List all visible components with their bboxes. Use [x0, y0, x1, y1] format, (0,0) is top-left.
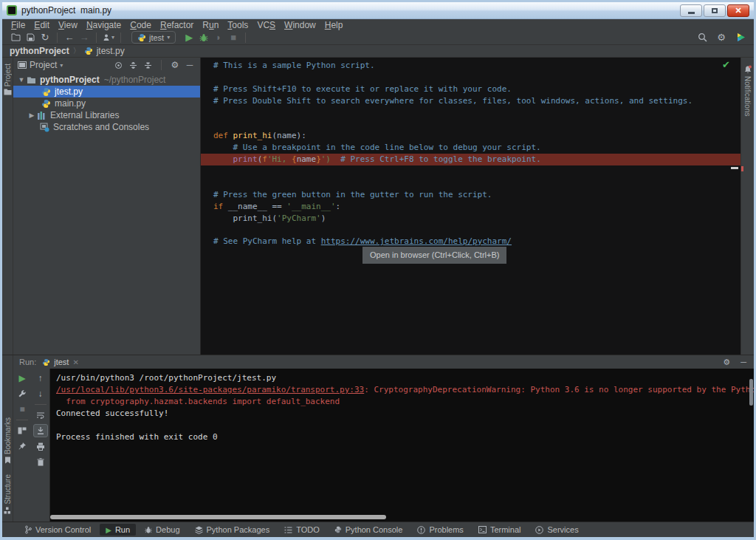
python-file-icon — [41, 87, 51, 97]
toolwindow-button-python-packages[interactable]: Python Packages — [189, 524, 276, 536]
menu-run[interactable]: Run — [198, 20, 223, 30]
libraries-icon — [37, 111, 47, 120]
tool-tab-bookmarks[interactable]: Bookmarks — [4, 417, 12, 464]
coverage-button[interactable]: ◗ — [211, 31, 226, 44]
restore-layout-button[interactable] — [15, 424, 30, 437]
rerun-button[interactable]: ▶ — [15, 372, 30, 385]
code-line: print_hi('PyCharm') — [201, 213, 740, 225]
forward-button[interactable]: → — [77, 31, 92, 44]
save-icon — [27, 33, 35, 41]
minimize-button[interactable] — [680, 4, 702, 17]
chevron-down-icon[interactable]: ▾ — [60, 62, 63, 69]
menu-window[interactable]: Window — [280, 20, 320, 30]
edit-configuration-button[interactable] — [15, 387, 30, 400]
hide-panel-button[interactable]: ─ — [740, 358, 746, 366]
menu-navigate[interactable]: Navigate — [82, 20, 126, 30]
clear-all-button[interactable] — [33, 455, 48, 468]
run-console[interactable]: /usr/bin/python3 /root/pythonProject/jte… — [50, 369, 754, 522]
toolbar-separator — [57, 33, 58, 43]
menu-refactor[interactable]: Refactor — [156, 20, 198, 30]
menu-tools[interactable]: Tools — [223, 20, 252, 30]
toolbox-button[interactable] — [733, 31, 748, 44]
run-button[interactable]: ▶ — [182, 31, 196, 44]
tool-tab-notifications[interactable]: Notifications — [743, 65, 752, 116]
folder-icon — [27, 75, 36, 85]
project-tree: ▼ pythonProject ~/pythonProject jtest.py… — [13, 72, 200, 133]
menu-file[interactable]: File — [7, 20, 30, 30]
tree-row-scratches[interactable]: Scratches and Consoles — [13, 121, 200, 133]
sync-icon[interactable]: ↻ — [38, 31, 52, 44]
horizontal-scrollbar[interactable] — [50, 515, 386, 519]
expand-all-button[interactable] — [127, 59, 139, 71]
print-button[interactable] — [33, 440, 48, 453]
pin-tab-button[interactable] — [15, 440, 30, 453]
menu-help[interactable]: Help — [320, 20, 348, 30]
tool-tab-structure[interactable]: Structure — [4, 474, 12, 514]
menu-vcs[interactable]: VCS — [252, 20, 280, 30]
close-button[interactable]: ✕ — [727, 4, 749, 17]
link-tooltip: Open in browser (Ctrl+Click, Ctrl+B) — [362, 247, 506, 264]
maximize-button[interactable] — [704, 4, 726, 17]
collapse-all-button[interactable] — [142, 59, 154, 71]
stop-button[interactable]: ■ — [15, 403, 30, 416]
tree-path: ~/pythonProject — [104, 75, 166, 85]
vertical-scrollbar[interactable] — [749, 379, 753, 406]
code-line — [201, 224, 740, 236]
tree-label: Scratches and Consoles — [53, 122, 149, 132]
run-configuration-select[interactable]: jtest ▾ — [131, 31, 176, 44]
packages-icon — [195, 526, 203, 534]
open-button[interactable] — [8, 31, 23, 44]
toolwindow-button-python-console[interactable]: Python Console — [329, 524, 409, 536]
close-tab-icon[interactable]: ✕ — [72, 358, 78, 366]
toolwindow-button-label: Debug — [156, 525, 179, 534]
inspections-ok-icon[interactable]: ✔ — [722, 59, 730, 71]
tree-row-main[interactable]: main.py — [13, 98, 200, 109]
ide-root: FileEditViewNavigateCodeRefactorRunTools… — [2, 19, 754, 537]
breadcrumb-file[interactable]: jtest.py — [97, 46, 125, 56]
search-everywhere-button[interactable] — [695, 31, 709, 44]
toolwindow-button-run[interactable]: ▶ Run — [100, 524, 136, 536]
chevron-down-icon[interactable]: ▼ — [18, 76, 25, 83]
debug-button[interactable] — [196, 31, 211, 44]
breadcrumb-project[interactable]: pythonProject — [10, 46, 69, 56]
problems-icon — [417, 526, 425, 534]
toolwindow-button-problems[interactable]: Problems — [411, 524, 469, 536]
back-button[interactable]: ← — [62, 31, 77, 44]
code-line — [201, 177, 740, 189]
panel-settings-button[interactable]: ⚙ — [169, 59, 181, 71]
toolwindow-button-todo[interactable]: TODO — [278, 524, 326, 536]
toolwindow-button-terminal[interactable]: Terminal — [472, 524, 527, 536]
panel-settings-button[interactable]: ⚙ — [723, 358, 730, 367]
stop-button[interactable]: ■ — [226, 31, 241, 44]
code-hyperlink[interactable]: https://www.jetbrains.com/help/pycharm/ — [321, 236, 512, 246]
tool-tab-project[interactable]: Project — [4, 64, 12, 95]
menu-code[interactable]: Code — [126, 20, 156, 30]
minimize-icon — [688, 12, 695, 14]
run-tab-jtest[interactable]: jtest ✕ — [42, 358, 79, 366]
toolwindow-button-version-control[interactable]: Version Control — [18, 524, 97, 536]
update-project-button[interactable]: ▾ — [101, 31, 116, 44]
tree-row-jtest[interactable]: jtest.py — [13, 86, 200, 98]
run-tool-window: Bookmarks Structure Run: jtest ✕ — [2, 355, 754, 522]
next-occurrence-button[interactable]: ↓ — [33, 387, 48, 400]
save-button[interactable] — [23, 31, 38, 44]
prev-occurrence-button[interactable]: ↑ — [33, 372, 48, 385]
locate-file-button[interactable] — [112, 59, 124, 71]
settings-button[interactable]: ⚙ — [714, 31, 729, 44]
toolwindow-button-services[interactable]: Services — [529, 524, 584, 536]
chevron-right-icon[interactable]: ▶ — [28, 112, 35, 119]
scroll-to-end-button[interactable] — [33, 424, 48, 437]
project-panel-title[interactable]: Project — [30, 60, 57, 70]
toolwindow-button-debug[interactable]: Debug — [139, 524, 185, 536]
hide-panel-button[interactable]: ─ — [184, 59, 196, 71]
title-bar[interactable]: pythonProject main.py ✕ — [2, 2, 754, 19]
soft-wrap-button[interactable] — [33, 409, 48, 422]
tree-row-project-root[interactable]: ▼ pythonProject ~/pythonProject — [13, 74, 200, 86]
menu-view[interactable]: View — [54, 20, 82, 30]
stacktrace-link[interactable]: /usr/local/lib/python3.6/site-packages/p… — [56, 385, 364, 394]
code-editor[interactable]: # This is a sample Python script.# Press… — [201, 58, 740, 355]
menu-edit[interactable]: Edit — [30, 20, 54, 30]
code-line-breakpoint: print(f'Hi, {name}') # Press Ctrl+F8 to … — [201, 154, 740, 165]
tool-tab-structure-label: Structure — [4, 474, 12, 505]
tree-row-external-libraries[interactable]: ▶ External Libraries — [13, 109, 200, 121]
